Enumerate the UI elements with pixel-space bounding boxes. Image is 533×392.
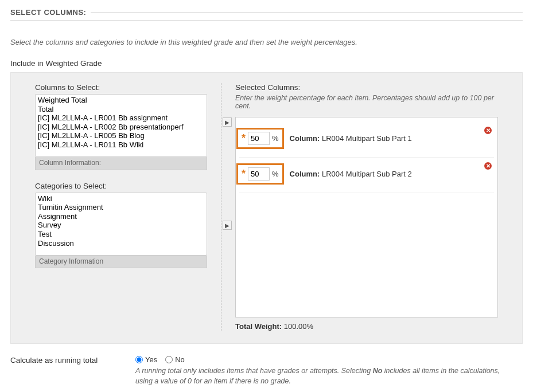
running-total-radios: Yes No: [135, 355, 514, 364]
chevron-right-icon: ▶: [225, 222, 229, 229]
move-categories-right-button[interactable]: ▶: [223, 221, 232, 230]
selected-item-row: *%Column: LR004 Multipart Sub Part 2✕: [239, 158, 494, 193]
percent-sign: %: [272, 170, 279, 178]
column-option[interactable]: [IC] ML2LLM-A - LR001 Bb assignment: [37, 113, 205, 123]
include-label: Include in Weighted Grade: [10, 59, 523, 68]
category-option[interactable]: Discussion: [37, 239, 205, 248]
weight-highlight-box: *%: [236, 128, 284, 149]
section-title-rule: [91, 12, 523, 13]
column-info-bar: Column Information:: [35, 157, 207, 170]
section-title-text: SELECT COLUMNS:: [10, 8, 86, 17]
columns-listbox[interactable]: Weighted TotalTotal[IC] ML2LLM-A - LR001…: [35, 94, 207, 157]
weight-highlight-box: *%: [236, 163, 284, 185]
running-total-hint: A running total only includes items that…: [135, 366, 514, 386]
selected-columns-hint: Enter the weight percentage for each ite…: [235, 94, 498, 110]
column-option[interactable]: [IC] ML2LLM-A - LR002 Bb presentationper…: [37, 123, 205, 132]
running-no-radio[interactable]: [165, 356, 173, 363]
panel-divider: [221, 83, 221, 331]
selected-item-label: Column: LR004 Multipart Sub Part 1: [290, 134, 412, 143]
selected-columns-label: Selected Columns:: [235, 83, 498, 92]
weighted-grade-panel: Columns to Select: Weighted TotalTotal[I…: [10, 72, 523, 344]
selected-column-area: ▶ ▶ Selected Columns: Enter the weight p…: [235, 83, 498, 331]
running-yes-radio[interactable]: [135, 356, 143, 363]
required-star-icon: *: [242, 170, 246, 178]
chevron-right-icon: ▶: [225, 119, 229, 126]
columns-to-select-label: Columns to Select:: [35, 83, 207, 92]
running-total-row: Calculate as running total Yes No A runn…: [10, 352, 523, 390]
running-yes-option[interactable]: Yes: [135, 355, 157, 364]
remove-item-icon[interactable]: ✕: [484, 127, 492, 134]
weight-input[interactable]: [248, 167, 270, 181]
running-hint-pre: A running total only includes items that…: [135, 367, 373, 375]
source-column: Columns to Select: Weighted TotalTotal[I…: [35, 83, 207, 331]
running-no-option[interactable]: No: [165, 355, 185, 364]
column-prefix: Column:: [290, 170, 320, 178]
column-option[interactable]: Weighted Total: [37, 96, 205, 105]
selected-item-label: Column: LR004 Multipart Sub Part 2: [290, 170, 412, 178]
column-prefix: Column:: [290, 134, 320, 143]
total-weight-value: 100.00%: [284, 322, 313, 331]
category-option[interactable]: Wiki: [37, 194, 205, 203]
category-option[interactable]: Assignment: [37, 212, 205, 221]
running-no-label: No: [175, 355, 185, 364]
column-option[interactable]: Total: [37, 105, 205, 114]
running-hint-bold: No: [373, 367, 383, 375]
categories-to-select-label: Categories to Select:: [35, 182, 207, 190]
category-info-bar: Category Information: [35, 256, 207, 269]
selected-item-row: *%Column: LR004 Multipart Sub Part 1✕: [239, 122, 494, 158]
selected-columns-box: *%Column: LR004 Multipart Sub Part 1✕*%C…: [235, 117, 498, 317]
running-total-label: Calculate as running total: [10, 355, 125, 364]
required-star-icon: *: [242, 135, 246, 142]
column-option[interactable]: [IC] ML2LLM-A - LR005 Bb Blog: [37, 131, 205, 140]
category-option[interactable]: Turnitin Assignment: [37, 203, 205, 212]
running-yes-label: Yes: [145, 355, 157, 364]
total-weight-label: Total Weight:: [235, 322, 282, 331]
weight-input[interactable]: [248, 132, 270, 145]
percent-sign: %: [272, 134, 279, 143]
category-option[interactable]: Test: [37, 230, 205, 239]
total-weight-line: Total Weight: 100.00%: [235, 322, 498, 331]
category-option[interactable]: Survey: [37, 221, 205, 230]
move-columns-right-button[interactable]: ▶: [223, 117, 232, 127]
section-instruction: Select the columns and categories to inc…: [10, 38, 523, 46]
remove-item-icon[interactable]: ✕: [484, 162, 492, 170]
column-option[interactable]: [IC] ML2LLM-A - LR011 Bb Wiki: [37, 140, 205, 150]
categories-listbox[interactable]: WikiTurnitin AssignmentAssignmentSurveyT…: [35, 193, 207, 256]
section-title: SELECT COLUMNS:: [10, 8, 523, 21]
